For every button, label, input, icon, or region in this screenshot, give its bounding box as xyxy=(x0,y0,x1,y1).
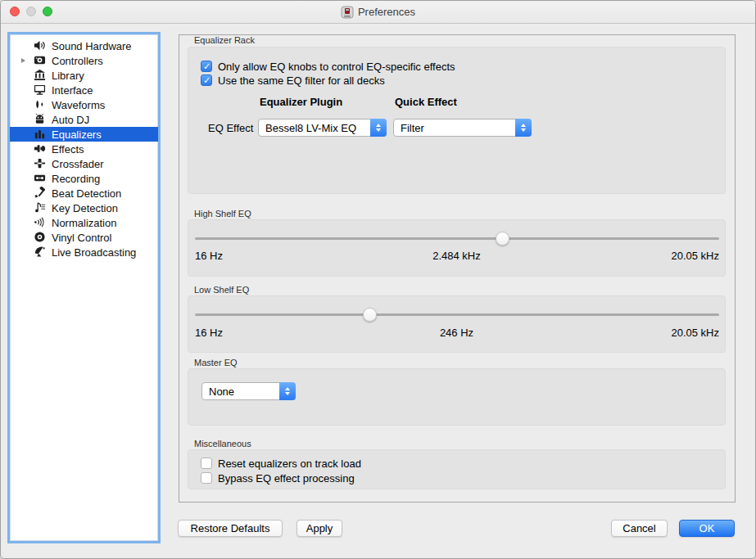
sidebar-item-beat-detection[interactable]: Beat Detection xyxy=(10,186,158,201)
robot-icon xyxy=(33,113,46,126)
equalizer-plugin-value: Bessel8 LV-Mix EQ xyxy=(259,122,386,134)
cancel-button[interactable]: Cancel xyxy=(611,520,668,537)
disclosure-triangle-icon[interactable] xyxy=(20,68,29,83)
music-note-icon xyxy=(33,201,46,214)
checkbox-reset-equalizers-label: Reset equalizers on track load xyxy=(218,458,361,470)
sidebar-item-label: Beat Detection xyxy=(52,187,121,200)
sidebar-item-interface[interactable]: Interface xyxy=(10,83,158,97)
high-shelf-slider-handle[interactable] xyxy=(496,232,509,246)
disclosure-triangle-icon[interactable] xyxy=(20,201,29,215)
disclosure-triangle-icon[interactable] xyxy=(20,171,29,186)
quick-effect-select[interactable]: Filter xyxy=(393,119,532,137)
disclosure-triangle-icon[interactable] xyxy=(20,142,29,156)
sidebar-item-label: Live Broadcasting xyxy=(52,246,136,259)
sidebar-item-sound-hardware[interactable]: Sound Hardware xyxy=(10,38,158,53)
traffic-lights xyxy=(10,7,52,16)
midi-controller-icon xyxy=(33,54,46,67)
disclosure-triangle-icon[interactable] xyxy=(20,83,29,97)
disclosure-triangle-icon[interactable] xyxy=(20,215,29,230)
disclosure-triangle-icon[interactable] xyxy=(20,53,29,68)
stepper-arrows-icon xyxy=(370,119,387,137)
minimize-button[interactable] xyxy=(26,7,36,16)
apply-button[interactable]: Apply xyxy=(297,520,342,537)
sidebar-item-label: Equalizers xyxy=(52,128,102,141)
low-shelf-box xyxy=(188,295,726,353)
sidebar-item-label: Auto DJ xyxy=(52,114,89,126)
sidebar: Sound Hardware Controllers Library Inter… xyxy=(7,32,161,543)
disclosure-triangle-icon[interactable] xyxy=(20,186,29,201)
vinyl-record-icon xyxy=(33,231,46,244)
title-area: Preferences xyxy=(341,6,415,19)
disclosure-triangle-icon[interactable] xyxy=(20,127,29,142)
low-shelf-slider-handle[interactable] xyxy=(363,308,377,322)
quick-effect-value: Filter xyxy=(394,122,531,134)
preferences-window: Preferences Sound Hardware Controllers L… xyxy=(0,0,756,559)
sidebar-item-label: Recording xyxy=(52,173,100,185)
close-button[interactable] xyxy=(10,7,20,16)
low-shelf-slider[interactable] xyxy=(195,308,719,322)
restore-defaults-button[interactable]: Restore Defaults xyxy=(178,520,283,537)
sidebar-item-label: Library xyxy=(52,70,84,82)
zoom-button[interactable] xyxy=(43,7,52,16)
checkbox-only-eq-knobs-label: Only allow EQ knobs to control EQ-specif… xyxy=(218,61,455,73)
sidebar-item-auto-dj[interactable]: Auto DJ xyxy=(10,112,158,127)
checkbox-bypass-eq[interactable] xyxy=(201,472,212,484)
window-title: Preferences xyxy=(358,6,415,18)
group-title-low-shelf: Low Shelf EQ xyxy=(194,285,249,295)
checkbox-reset-equalizers[interactable] xyxy=(201,458,212,469)
sidebar-item-live-broadcasting[interactable]: Live Broadcasting xyxy=(10,245,158,259)
column-header-equalizer-plugin: Equalizer Plugin xyxy=(260,96,342,108)
disclosure-triangle-icon[interactable] xyxy=(20,230,29,245)
sidebar-item-label: Sound Hardware xyxy=(52,40,132,52)
sidebar-item-normalization[interactable]: Normalization xyxy=(10,215,158,230)
master-eq-select[interactable]: None xyxy=(201,382,296,400)
sidebar-item-label: Interface xyxy=(52,84,93,97)
low-shelf-slider-track[interactable] xyxy=(195,313,719,316)
sidebar-item-waveforms[interactable]: Waveforms xyxy=(10,97,158,112)
sidebar-item-equalizers[interactable]: Equalizers xyxy=(10,127,158,142)
disclosure-triangle-icon[interactable] xyxy=(20,156,29,171)
sidebar-item-vinyl-control[interactable]: Vinyl Control xyxy=(10,230,158,245)
sidebar-item-controllers[interactable]: Controllers xyxy=(10,53,158,68)
equalizer-bars-icon xyxy=(33,128,46,141)
checkbox-same-eq-filter-label: Use the same EQ filter for all decks xyxy=(218,74,385,87)
sidebar-item-key-detection[interactable]: Key Detection xyxy=(10,201,158,215)
sidebar-item-label: Vinyl Control xyxy=(52,232,111,244)
disclosure-triangle-icon[interactable] xyxy=(20,245,29,259)
effects-icon xyxy=(33,142,46,156)
titlebar[interactable]: Preferences xyxy=(1,1,755,24)
sidebar-item-label: Crossfader xyxy=(52,158,104,170)
checkbox-same-eq-filter[interactable] xyxy=(201,74,212,86)
high-shelf-slider-track[interactable] xyxy=(195,237,719,240)
monitor-icon xyxy=(33,83,46,97)
ok-button[interactable]: OK xyxy=(679,520,735,537)
group-title-equalizer-rack: Equalizer Rack xyxy=(194,35,255,45)
column-header-quick-effect: Quick Effect xyxy=(395,96,457,108)
sidebar-item-label: Key Detection xyxy=(52,202,118,214)
mixer-app-icon xyxy=(341,6,354,19)
cassette-icon xyxy=(33,172,46,185)
high-shelf-max-label: 20.05 kHz xyxy=(188,250,719,262)
crossfader-icon xyxy=(33,157,46,170)
high-shelf-slider[interactable] xyxy=(195,232,719,246)
waveform-icon xyxy=(33,98,46,111)
sidebar-item-label: Controllers xyxy=(52,55,103,67)
group-title-master-eq: Master EQ xyxy=(194,358,238,367)
hammer-icon xyxy=(33,187,46,200)
sidebar-list: Sound Hardware Controllers Library Inter… xyxy=(10,34,158,259)
disclosure-triangle-icon[interactable] xyxy=(20,38,29,53)
sidebar-item-library[interactable]: Library xyxy=(10,68,158,83)
speaker-icon xyxy=(33,39,46,52)
equalizer-plugin-select[interactable]: Bessel8 LV-Mix EQ xyxy=(258,119,387,137)
disclosure-triangle-icon[interactable] xyxy=(20,97,29,112)
checkbox-only-eq-knobs[interactable] xyxy=(201,61,212,72)
sidebar-item-effects[interactable]: Effects xyxy=(10,142,158,156)
checkbox-bypass-eq-label: Bypass EQ effect processing xyxy=(218,472,355,485)
disclosure-triangle-icon[interactable] xyxy=(20,112,29,127)
sound-waves-icon xyxy=(33,216,46,229)
sidebar-item-recording[interactable]: Recording xyxy=(10,171,158,186)
library-icon xyxy=(33,69,46,82)
group-title-miscellaneous: Miscellaneous xyxy=(194,439,251,449)
stepper-arrows-icon xyxy=(515,119,532,137)
sidebar-item-crossfader[interactable]: Crossfader xyxy=(10,156,158,171)
